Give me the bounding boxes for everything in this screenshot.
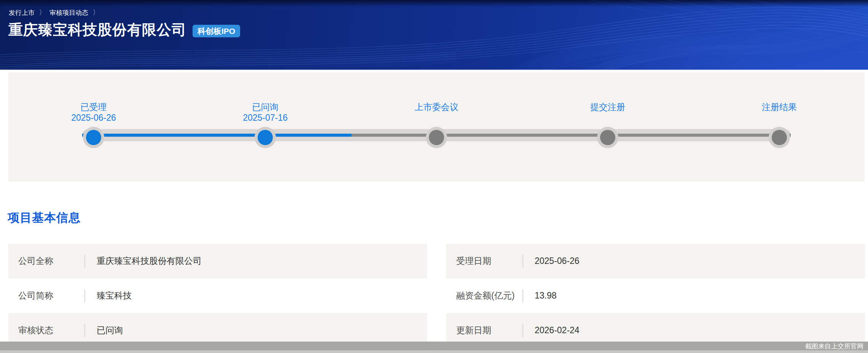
title-row: 重庆臻宝科技股份有限公司 科创板IPO (8, 21, 240, 38)
info-value: 13.98 (535, 291, 557, 301)
ipo-board-badge: 科创板IPO (193, 25, 240, 37)
info-value: 已问询 (97, 324, 123, 336)
timeline-panel: 已受理 2025-06-26 已问询 2025-07-16 上市委会议 提交注册… (8, 72, 865, 182)
stage-date: 2025-07-16 (243, 113, 288, 123)
divider (522, 324, 523, 337)
stage-dot (600, 130, 615, 145)
stage-label: 上市委会议 (415, 101, 459, 113)
info-label: 更新日期 (456, 324, 522, 336)
page-header: 发行上市 〉 审核项目动态 〉 重庆臻宝科技股份有限公司 科创板IPO (0, 0, 868, 70)
page: 发行上市 〉 审核项目动态 〉 重庆臻宝科技股份有限公司 科创板IPO 已受理 … (0, 0, 868, 353)
info-label: 公司全称 (18, 255, 84, 267)
stage-label: 已受理 (81, 101, 107, 113)
stage-dot (86, 130, 101, 145)
info-value: 重庆臻宝科技股份有限公司 (97, 255, 202, 267)
info-label: 受理日期 (456, 255, 522, 267)
info-panel-right: 受理日期 2025-06-26 融资金额(亿元) 13.98 更新日期 2026… (446, 244, 865, 348)
breadcrumb: 发行上市 〉 审核项目动态 〉 (9, 8, 99, 17)
stage-label: 提交注册 (590, 101, 625, 113)
divider (84, 289, 85, 302)
watermark-bar: 截图来自上交所官网 (0, 342, 868, 353)
stage-label: 注册结果 (762, 101, 797, 113)
stage-label: 已问询 (252, 101, 279, 113)
info-row-company-short-name: 公司简称 臻宝科技 (8, 278, 427, 313)
stage-dot (772, 130, 787, 145)
info-row-financing-amount: 融资金额(亿元) 13.98 (446, 278, 865, 313)
info-panel-left: 公司全称 重庆臻宝科技股份有限公司 公司简称 臻宝科技 审核状态 已问询 (8, 244, 427, 348)
watermark-text: 截图来自上交所官网 (805, 342, 863, 350)
breadcrumb-item-issuance-listing[interactable]: 发行上市 (9, 8, 35, 17)
section-title-basic-info: 项目基本信息 (8, 210, 81, 226)
info-value: 臻宝科技 (97, 290, 132, 302)
info-label: 公司简称 (18, 290, 84, 302)
stage-dot (258, 130, 273, 145)
divider (522, 255, 523, 268)
info-row-acceptance-date: 受理日期 2025-06-26 (446, 244, 865, 278)
divider (84, 255, 85, 268)
divider (522, 289, 523, 302)
breadcrumb-separator-icon: 〉 (39, 8, 45, 18)
stage-date: 2025-06-26 (71, 113, 116, 123)
stage-dot (429, 130, 444, 145)
company-title: 重庆臻宝科技股份有限公司 (8, 21, 186, 38)
info-label: 融资金额(亿元) (456, 290, 522, 302)
divider (84, 324, 85, 337)
info-value: 2026-02-24 (535, 325, 580, 335)
breadcrumb-item-review-project-status[interactable]: 审核项目动态 (49, 8, 88, 17)
info-value: 2025-06-26 (535, 256, 580, 266)
timeline-progress-line (82, 134, 352, 137)
info-label: 审核状态 (18, 324, 84, 336)
info-row-company-full-name: 公司全称 重庆臻宝科技股份有限公司 (8, 244, 427, 278)
breadcrumb-separator-icon: 〉 (93, 8, 99, 18)
